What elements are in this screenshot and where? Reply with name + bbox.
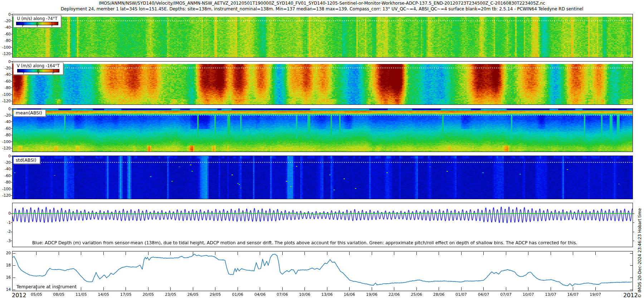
axis-tickmark — [573, 287, 573, 290]
temperature-label: Temperature at instrument — [16, 284, 77, 289]
axis-tickmark — [103, 252, 104, 255]
axis-tickmark — [11, 128, 13, 129]
axis-tick-label: 14 — [0, 288, 11, 291]
axis-tick-label: -120 — [0, 146, 11, 150]
axis-tickmark — [439, 287, 439, 290]
axis-tick-label: -60 — [0, 79, 11, 83]
axis-tickmark — [506, 287, 506, 290]
axis-tickmark — [394, 252, 394, 255]
axis-tickmark — [193, 287, 193, 290]
axis-tick-label: -100 — [0, 93, 11, 97]
axis-tickmark — [11, 195, 13, 196]
axis-tickmark — [506, 252, 506, 255]
axis-tickmark — [11, 54, 13, 54]
axis-tick-label: -120 — [0, 52, 11, 56]
axis-tickmark — [483, 252, 484, 255]
temperature-plot — [13, 251, 633, 291]
axis-tick-label: 23/05 — [165, 292, 176, 297]
axis-tick-label: -20 — [0, 161, 11, 165]
mean-absi-panel: mean(ABSI) — [12, 108, 633, 152]
axis-tick-label: 13/06 — [321, 292, 333, 297]
axis-tickmark — [461, 287, 462, 290]
axis-tickmark — [327, 287, 327, 290]
axis-tick-label: 16/06 — [344, 292, 355, 297]
temperature-panel — [12, 251, 633, 291]
axis-tick-label: -3 — [0, 239, 11, 243]
axis-tickmark — [148, 252, 148, 255]
axis-tickmark — [126, 287, 126, 290]
axis-tickmark — [11, 214, 13, 214]
axis-tick-label: 26/05 — [187, 292, 199, 297]
axis-tick-label: -100 — [0, 140, 11, 144]
v-colorbar-ticks: -101 — [16, 69, 60, 73]
axis-tickmark — [633, 232, 634, 232]
axis-tickmark — [11, 115, 13, 116]
axis-tick-label: 22/06 — [389, 292, 400, 297]
colorbar-tick-label: 1 — [53, 69, 55, 73]
axis-tickmark — [633, 222, 634, 223]
axis-tick-label: -60 — [0, 174, 11, 178]
colorbar-tick-label: 1 — [51, 22, 53, 26]
axis-tick-label: 01/06 — [232, 292, 243, 297]
axis-tickmark — [148, 287, 148, 290]
page-title: IMOS/ANMN/NSW/SYD140/Velocity/IMOS_ANMN-… — [0, 1, 644, 6]
v-velocity-panel: V (m/s) along -164°T -101 — [12, 61, 633, 105]
axis-tickmark — [11, 241, 13, 241]
axis-tick-label: 20/05 — [142, 292, 154, 297]
axis-tickmark — [11, 62, 13, 62]
axis-tickmark — [551, 287, 551, 290]
axis-tick-label: 20 — [0, 251, 11, 255]
v-velocity-heatmap — [13, 62, 633, 104]
axis-tickmark — [11, 148, 13, 148]
axis-tickmark — [11, 182, 13, 182]
axis-tickmark — [630, 265, 633, 266]
v-legend-title: V (m/s) along -164°T — [16, 63, 60, 69]
axis-tick-label: -60 — [0, 32, 11, 36]
axis-tick-label: 0 — [0, 211, 11, 215]
axis-tickmark — [11, 101, 13, 101]
axis-tickmark — [260, 252, 260, 255]
axis-tickmark — [630, 253, 633, 254]
axis-tickmark — [215, 287, 215, 290]
axis-tick-label: 19/06 — [366, 292, 377, 297]
axis-tickmark — [11, 109, 13, 109]
axis-tickmark — [282, 287, 283, 290]
axis-tickmark — [11, 189, 13, 189]
std-absi-label: std(ABSI) — [13, 157, 40, 164]
axis-tickmark — [11, 88, 13, 88]
axis-tick-label: 17/05 — [120, 292, 132, 297]
axis-tickmark — [304, 287, 305, 290]
axis-tickmark — [193, 252, 193, 255]
axis-tickmark — [11, 162, 13, 163]
axis-tickmark — [595, 252, 596, 255]
axis-tickmark — [304, 252, 305, 255]
axis-tick-label: 04/07 — [478, 292, 489, 297]
axis-tickmark — [11, 122, 13, 122]
axis-tick-label: 0 — [0, 60, 11, 64]
axis-tick-label: 07/06 — [277, 292, 288, 297]
axis-tick-label: 11/05 — [75, 292, 87, 297]
axis-tick-label: 19/07 — [590, 292, 601, 297]
axis-tickmark — [595, 287, 596, 290]
axis-tickmark — [126, 252, 126, 255]
axis-tickmark — [11, 169, 13, 169]
axis-tickmark — [11, 21, 13, 21]
colorbar-tick-label: -1 — [21, 69, 24, 73]
year-label-right: 2012 — [623, 292, 638, 299]
axis-tickmark — [13, 290, 15, 290]
axis-tick-label: -120 — [0, 99, 11, 103]
axis-tickmark — [11, 74, 13, 75]
page-subtitle: Deployment 24, member 1 lat=34S lon=151.… — [0, 6, 644, 11]
axis-tickmark — [238, 287, 238, 290]
axis-tick-label: 08/05 — [53, 292, 64, 297]
axis-tick-label: -80 — [0, 133, 11, 137]
axis-tick-label: -80 — [0, 39, 11, 43]
axis-tickmark — [528, 287, 528, 290]
axis-tickmark — [81, 287, 81, 290]
std-absi-panel: std(ABSI) — [12, 156, 633, 199]
axis-tick-label: 16/07 — [567, 292, 579, 297]
axis-tick-label: -100 — [0, 187, 11, 191]
u-velocity-heatmap — [13, 14, 633, 57]
axis-tickmark — [416, 252, 417, 255]
axis-tickmark — [11, 222, 13, 223]
